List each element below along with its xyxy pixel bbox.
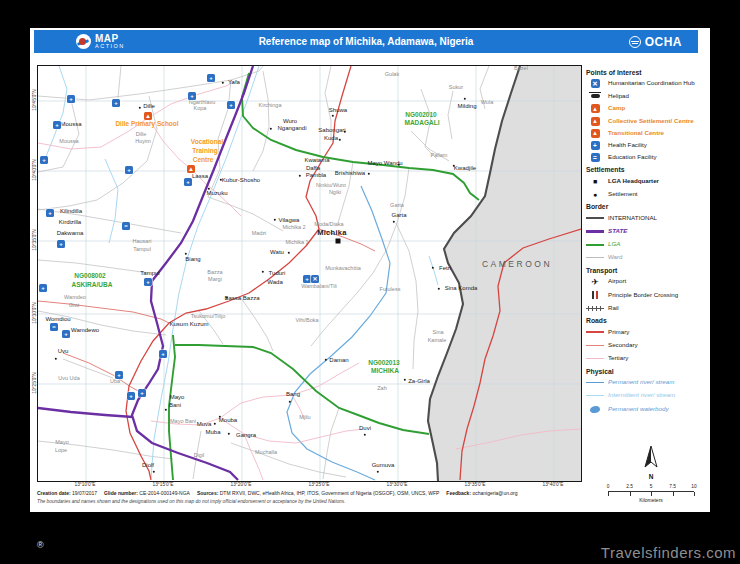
map-label: Sina <box>432 330 443 336</box>
scale-tick-number: 0 <box>607 484 610 489</box>
legend-item: +Health Facility <box>586 141 710 150</box>
map-label: Muva <box>197 421 212 427</box>
map-label: Bani <box>169 402 181 408</box>
map-canvas: YafaShuwaWuroNgangandiSabongariKudaKwata… <box>37 65 582 482</box>
tertiary-legend-icon <box>586 354 604 364</box>
primary-legend-icon <box>586 327 604 337</box>
map-label: Tampul <box>140 270 159 276</box>
map-label: Michika 2 <box>282 225 305 231</box>
rail-legend-icon <box>586 303 604 313</box>
map-label: Kubur-Shosho <box>222 177 260 183</box>
map-label: Huyim <box>135 139 151 145</box>
map-label: Gangra <box>236 432 256 438</box>
legend-item-label: Permanent waterbody <box>608 406 669 413</box>
map-label: Dakwama <box>57 230 84 236</box>
map-label: Kwadjile <box>454 165 476 171</box>
feedback-label: Feedback: <box>446 490 471 496</box>
map-label: Daffa <box>306 165 320 171</box>
map-label: Sabongari <box>318 127 345 133</box>
legend-item-label: Health Facility <box>608 142 647 149</box>
river-legend-icon <box>586 378 604 388</box>
north-arrow-icon <box>643 444 659 470</box>
map-label: Milding <box>457 103 476 109</box>
latitude-tick-label: 10°35'0"N <box>31 229 36 250</box>
camp-icon: ▲ <box>187 165 195 173</box>
legend-item-label: Helipad <box>608 93 629 100</box>
glide-number-value: CE-2014-000149-NGA <box>139 490 190 496</box>
map-label: Duvi <box>359 425 371 431</box>
health-icon: + <box>303 275 311 283</box>
cameroon-region <box>428 66 581 481</box>
map-label: Pallam <box>431 153 448 159</box>
map-label: Diolf <box>142 462 154 468</box>
map-label: Michika <box>317 229 347 237</box>
legend-item-label: Airport <box>608 278 626 285</box>
map-label: Centre <box>193 157 214 164</box>
intl-legend-icon <box>586 213 604 223</box>
legend-item-label: LGA <box>608 241 620 248</box>
legend-item-label: Camp <box>608 105 625 112</box>
legend-item: Helipad <box>586 91 710 101</box>
legend-item-label: LGA Headquarter <box>608 178 659 185</box>
map-label: Kirdizilla <box>59 219 81 225</box>
longitude-tick-label: 13°35'0"E <box>464 482 485 487</box>
health-icon: + <box>207 74 215 82</box>
legend-item-label: Ward <box>608 254 623 261</box>
map-label: Bazza <box>207 270 222 276</box>
map-label: Uba <box>110 379 120 385</box>
longitude-tick-label: 13°10'0"E <box>74 482 95 487</box>
crossing-legend-icon <box>586 290 604 300</box>
legend-item-label: Intermittent river/ stream <box>608 392 675 399</box>
map-label: Gumuva <box>372 462 395 468</box>
waterbody-legend-icon <box>586 404 604 414</box>
map-label: Ngangandi <box>277 125 306 131</box>
map-label: Training <box>192 148 217 155</box>
health-icon: + <box>125 166 133 174</box>
map-label: Tuduri <box>269 270 286 276</box>
scale-tick-number: 2.5 <box>626 484 633 489</box>
legend-item-label: Principle Border Crossing <box>608 292 678 299</box>
watermark-link[interactable]: Travelsfinders.com <box>601 544 736 561</box>
camp-legend-icon: ▲ <box>591 117 600 126</box>
scale-tick-number: 5 <box>650 484 653 489</box>
iriver-legend-icon <box>586 391 604 401</box>
map-label: MADAGALI <box>404 120 439 127</box>
map-label: Mjilu <box>299 415 310 421</box>
map-label: Yafa <box>228 79 240 85</box>
map-label: Kirchinga <box>259 103 282 109</box>
screenshot-stage: MAP ACTION Reference map of Michika, Ada… <box>0 0 740 564</box>
map-label: Wuro <box>283 118 297 124</box>
registered-mark: ® <box>37 540 44 550</box>
map-label: Mayo <box>55 440 68 446</box>
legend-item: ▲Collective Settlement/ Centre <box>586 117 710 126</box>
legend-item: =Education Facility <box>586 153 710 162</box>
legend-panel: Points of Interest✕Humanitarian Coordina… <box>586 65 710 417</box>
longitude-tick-label: 13°25'0"E <box>308 482 329 487</box>
map-label: Vilagwa <box>279 217 300 223</box>
map-label: Mayo <box>170 394 185 400</box>
map-label: Futuless <box>380 287 401 293</box>
map-label: Muba <box>205 429 220 435</box>
map-label: Bang <box>286 391 300 397</box>
legend-item: ▲Transitional Centre <box>586 129 710 138</box>
map-label: Digil <box>194 453 205 459</box>
health-icon: + <box>115 371 123 379</box>
map-label: Pambla <box>306 172 326 178</box>
map-label: Sukur <box>449 85 463 91</box>
map-label: Kwatama <box>304 157 329 163</box>
health-icon: + <box>46 209 54 217</box>
health-icon: + <box>67 95 75 103</box>
legend-item-label: Education Facility <box>608 154 657 161</box>
longitude-tick-label: 13°40'0"E <box>542 482 563 487</box>
legend-item: Permanent river/ stream <box>586 378 710 388</box>
map-label: Sina Komda <box>445 285 478 291</box>
longitude-tick-label: 13°30'0"E <box>386 482 407 487</box>
helipad-legend-icon <box>586 91 604 101</box>
footer: Creation date: 19/07/2017 Glide number: … <box>37 490 697 504</box>
ocha-logo: OCHA <box>629 30 682 53</box>
latitude-tick-label: 10°40'0"N <box>31 159 36 180</box>
legend-item-label: Rail <box>608 305 619 312</box>
map-label: Madzi <box>252 231 267 237</box>
map-label: Tsukomu/Tilijo <box>191 314 226 320</box>
map-label: CAMEROON <box>482 260 552 269</box>
